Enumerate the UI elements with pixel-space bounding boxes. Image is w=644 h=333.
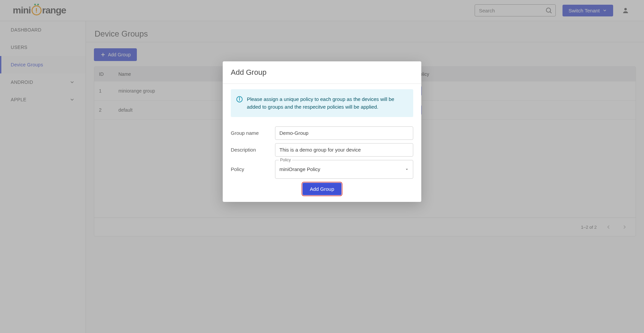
description-input[interactable] xyxy=(275,143,413,157)
svg-marker-8 xyxy=(406,169,408,170)
group-name-input[interactable] xyxy=(275,126,413,140)
description-label: Description xyxy=(231,147,271,153)
modal-add-group-button[interactable]: Add Group xyxy=(303,183,342,195)
caret-down-icon xyxy=(405,167,409,171)
policy-float-label: Policy xyxy=(279,158,292,162)
info-icon xyxy=(236,96,243,111)
policy-selected-value: miniOrange Policy xyxy=(279,166,320,172)
svg-point-7 xyxy=(239,98,240,98)
policy-select[interactable]: Policy miniOrange Policy xyxy=(275,160,413,179)
modal-title: Add Group xyxy=(223,61,421,84)
info-text: Please assign a unique policy to each gr… xyxy=(247,95,408,111)
add-group-modal: Add Group Please assign a unique policy … xyxy=(223,61,421,202)
group-name-label: Group name xyxy=(231,130,271,136)
modal-overlay[interactable]: Add Group Please assign a unique policy … xyxy=(0,0,644,333)
info-alert: Please assign a unique policy to each gr… xyxy=(231,89,413,117)
policy-label: Policy xyxy=(231,166,271,172)
